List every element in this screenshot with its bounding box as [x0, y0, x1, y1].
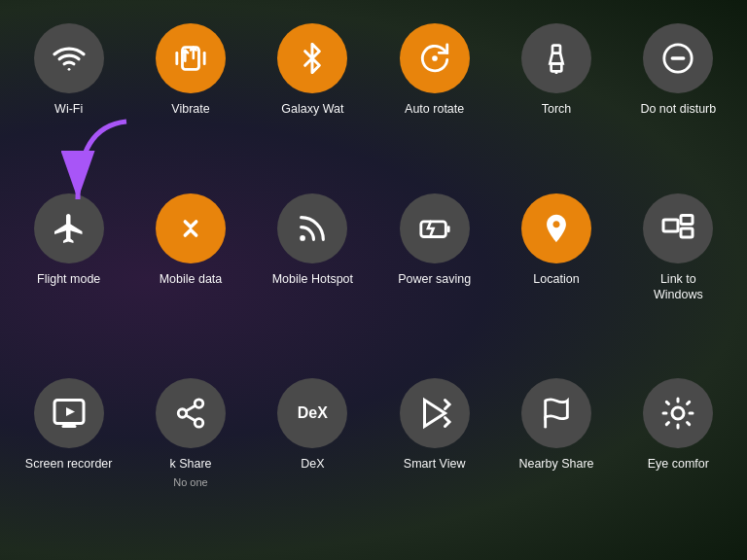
svg-point-27	[672, 407, 684, 419]
mobile-hotspot-label: Mobile Hotspot	[272, 271, 353, 287]
link-to-windows-label: Link to Windows	[634, 271, 722, 303]
dex-label: DeX	[301, 456, 324, 472]
tile-power-saving[interactable]: Power saving	[374, 180, 495, 366]
power-saving-icon	[400, 193, 470, 263]
torch-label: Torch	[542, 101, 572, 117]
svg-rect-13	[663, 220, 678, 231]
quick-share-icon	[156, 378, 226, 448]
svg-line-31	[688, 423, 690, 425]
tile-mobile-data[interactable]: Mobile data	[129, 180, 251, 366]
tile-torch[interactable]: Torch	[495, 10, 617, 180]
tile-wifi[interactable]: Wi-Fi	[8, 10, 129, 180]
torch-icon	[521, 23, 591, 93]
auto-rotate-icon	[400, 23, 470, 93]
mobile-data-label: Mobile data	[160, 271, 223, 287]
do-not-disturb-label: Do not disturb	[640, 101, 716, 117]
nearby-share-label: Nearby Share	[518, 456, 593, 472]
svg-point-11	[301, 235, 306, 241]
tile-mobile-hotspot[interactable]: Mobile Hotspot	[252, 180, 374, 366]
vibrate-icon	[156, 23, 226, 93]
tile-location[interactable]: Location	[495, 180, 617, 366]
svg-line-34	[667, 423, 669, 425]
tile-vibrate[interactable]: Vibrate	[129, 10, 251, 180]
svg-rect-6	[552, 46, 560, 53]
galaxy-watch-label: Galaxy Wat	[281, 101, 343, 117]
svg-line-24	[186, 406, 196, 412]
flight-mode-label: Flight mode	[37, 271, 100, 287]
tile-quick-share[interactable]: k ShareNo one	[129, 365, 251, 550]
svg-point-1	[67, 68, 70, 71]
screen-recorder-label: Screen recorder	[25, 456, 113, 472]
mobile-data-icon	[156, 193, 226, 263]
tile-screen-recorder[interactable]: Screen recorder	[8, 365, 129, 550]
tile-dex[interactable]: DeXDeX	[252, 365, 374, 550]
tile-nearby-share[interactable]: Nearby Share	[495, 365, 617, 550]
tile-link-to-windows[interactable]: Link to Windows	[618, 180, 739, 366]
eye-comfort-icon	[643, 378, 713, 448]
wifi-icon	[34, 23, 104, 93]
location-label: Location	[533, 271, 579, 287]
quick-share-label: k Share	[169, 456, 211, 472]
nearby-share-icon	[521, 378, 591, 448]
quick-share-sublabel: No one	[173, 476, 207, 488]
svg-point-5	[432, 55, 438, 61]
tile-auto-rotate[interactable]: Auto rotate	[374, 10, 495, 180]
eye-comfort-label: Eye comfor	[648, 456, 709, 472]
galaxy-watch-icon	[277, 23, 347, 93]
tile-do-not-disturb[interactable]: Do not disturb	[618, 10, 739, 180]
flight-mode-icon	[34, 193, 104, 263]
wifi-label: Wi-Fi	[54, 101, 83, 117]
svg-rect-14	[681, 215, 693, 224]
tile-galaxy-watch[interactable]: Galaxy Wat	[252, 10, 374, 180]
svg-marker-17	[66, 407, 75, 416]
smart-view-icon	[400, 378, 470, 448]
smart-view-label: Smart View	[404, 456, 466, 472]
location-icon	[521, 193, 591, 263]
screen-recorder-icon	[34, 378, 104, 448]
mobile-hotspot-icon	[277, 193, 347, 263]
auto-rotate-label: Auto rotate	[405, 101, 464, 117]
power-saving-label: Power saving	[398, 271, 471, 287]
svg-line-23	[186, 416, 196, 422]
svg-line-30	[667, 402, 669, 404]
vibrate-label: Vibrate	[171, 101, 209, 117]
link-to-windows-icon	[643, 193, 713, 263]
svg-rect-15	[681, 228, 693, 237]
svg-line-35	[688, 402, 690, 404]
dex-icon: DeX	[277, 378, 347, 448]
svg-marker-25	[424, 401, 445, 427]
do-not-disturb-icon	[643, 23, 713, 93]
tile-smart-view[interactable]: Smart View	[374, 365, 495, 550]
quick-settings-grid: Wi-FiVibrateGalaxy WatAuto rotateTorchDo…	[0, 0, 747, 560]
tile-flight-mode[interactable]: Flight mode	[8, 180, 129, 366]
tile-eye-comfort[interactable]: Eye comfor	[618, 365, 739, 550]
